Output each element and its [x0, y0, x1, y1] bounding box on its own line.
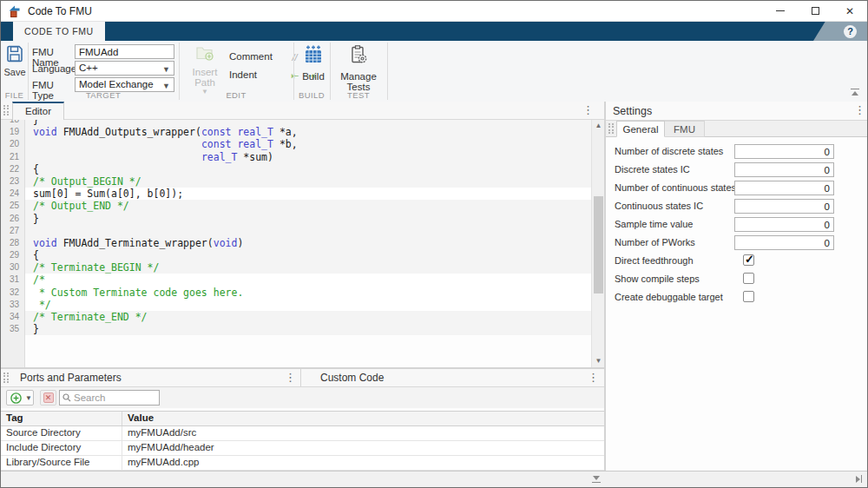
code-line[interactable]: 20 const real_T *b,: [1, 138, 604, 150]
editor-options-kebab-icon[interactable]: ⋮: [582, 103, 593, 116]
collapse-bar-icon: [592, 482, 601, 483]
code-line[interactable]: 26}: [1, 213, 604, 225]
code-line[interactable]: 25/* Output_END */: [1, 200, 604, 212]
code-text: {: [25, 249, 591, 261]
code-text: }: [25, 213, 591, 225]
cell-tag[interactable]: Library/Source File: [1, 456, 122, 470]
table-row[interactable]: Source DirectorymyFMUAdd/src: [1, 426, 604, 441]
tab-editor[interactable]: Editor: [12, 102, 64, 120]
setting-input[interactable]: [734, 217, 834, 232]
cell-value[interactable]: myFMUAdd/src: [122, 426, 604, 440]
code-text: /* Output_END */: [25, 200, 591, 212]
search-input[interactable]: [74, 392, 159, 403]
setting-checkbox[interactable]: [743, 291, 754, 302]
column-header-tag[interactable]: Tag: [1, 412, 122, 425]
fmu-name-input[interactable]: [75, 44, 174, 59]
manage-tests-label: Manage Tests: [330, 71, 387, 92]
code-line[interactable]: 30/* Terminate_BEGIN */: [1, 261, 604, 274]
setting-label: Create debuggable target: [615, 292, 723, 302]
line-number: 23: [1, 175, 25, 188]
cell-value[interactable]: myFMUAdd.cpp: [122, 456, 604, 470]
expand-right-button[interactable]: [856, 475, 862, 483]
code-line[interactable]: 27: [1, 225, 604, 237]
maximize-button[interactable]: [798, 1, 832, 21]
line-number: 33: [1, 299, 25, 311]
line-number: 29: [1, 249, 25, 261]
setting-input[interactable]: [734, 235, 834, 250]
line-number: 25: [1, 200, 25, 212]
language-value: C++: [79, 63, 98, 73]
checkmark-icon: ✓: [745, 253, 754, 266]
language-select[interactable]: C++ ▼: [75, 61, 174, 76]
code-line[interactable]: 34/* Terminate_END */: [1, 311, 604, 323]
code-token: * Custom Terminate code goes here.: [33, 287, 243, 299]
code-line[interactable]: 28void FMUAdd_Terminate_wrapper(void): [1, 237, 604, 249]
setting-input[interactable]: [734, 181, 834, 195]
settings-options-kebab-icon[interactable]: ⋮: [854, 103, 865, 116]
ports-options-kebab-icon[interactable]: ⋮: [285, 371, 295, 384]
code-line[interactable]: 21 real_T *sum): [1, 151, 604, 163]
column-header-value[interactable]: Value: [122, 412, 604, 425]
setting-input[interactable]: [734, 199, 834, 214]
save-button[interactable]: Save: [3, 44, 27, 88]
line-number: 20: [1, 138, 25, 150]
custom-code-options-kebab-icon[interactable]: ⋮: [588, 371, 598, 384]
tab-general[interactable]: General: [616, 121, 665, 137]
add-entry-button[interactable]: ▼: [6, 390, 34, 406]
line-number: 34: [1, 311, 25, 323]
indent-label: Indent: [229, 69, 257, 80]
setting-label: Discrete states IC: [615, 164, 690, 175]
build-icon: [303, 44, 324, 65]
delete-entry-button[interactable]: ✕: [40, 390, 56, 406]
settings-row: Discrete states IC: [606, 162, 868, 180]
code-editor[interactable]: 18}19void FMUAdd_Outputs_wrapper(const r…: [1, 120, 604, 367]
setting-checkbox[interactable]: [743, 273, 754, 284]
scrollbar-thumb[interactable]: [594, 196, 603, 293]
code-line[interactable]: 19void FMUAdd_Outputs_wrapper(const real…: [1, 126, 604, 138]
code-line[interactable]: 29{: [1, 249, 604, 261]
line-number: 32: [1, 287, 25, 299]
tab-code-to-fmu[interactable]: CODE TO FMU: [13, 22, 105, 41]
code-line[interactable]: 18}: [1, 120, 604, 126]
cell-tag[interactable]: Source Directory: [1, 426, 122, 440]
setting-label: Sample time value: [615, 219, 694, 229]
code-token: void: [214, 237, 238, 249]
panel-grip-icon[interactable]: [608, 123, 614, 134]
setting-label: Number of discrete states: [615, 146, 723, 156]
tab-ports-and-parameters[interactable]: Ports and Parameters: [20, 372, 122, 384]
collapse-toolstrip-button[interactable]: [850, 89, 860, 97]
tab-custom-code[interactable]: Custom Code: [320, 372, 384, 384]
bottom-statusbar: [1, 471, 867, 488]
collapse-panel-button[interactable]: [591, 476, 602, 483]
scroll-up-icon[interactable]: ▲: [592, 120, 604, 132]
code-token: *sum): [243, 151, 273, 163]
help-button[interactable]: ?: [813, 22, 867, 41]
search-box[interactable]: [59, 390, 160, 406]
table-row[interactable]: Include DirectorymyFMUAdd/header: [1, 441, 604, 456]
code-line[interactable]: 33 */: [1, 299, 604, 311]
code-line[interactable]: 23/* Output_BEGIN */: [1, 175, 604, 188]
close-button[interactable]: ✕: [832, 1, 867, 21]
cell-value[interactable]: myFMUAdd/header: [122, 441, 604, 455]
setting-input[interactable]: [734, 162, 834, 177]
code-line[interactable]: 24sum[0] = Sum(a[0], b[0]);: [1, 188, 604, 200]
code-line[interactable]: 35}: [1, 323, 604, 335]
editor-vertical-scrollbar[interactable]: ▲ ▼: [591, 120, 604, 367]
code-line[interactable]: 32 * Custom Terminate code goes here.: [1, 287, 604, 299]
build-button[interactable]: Build: [297, 44, 330, 82]
cell-tag[interactable]: Include Directory: [1, 441, 122, 455]
settings-row: Direct feedthrough✓: [606, 253, 868, 271]
minimize-button[interactable]: [763, 1, 798, 21]
code-line[interactable]: 31/*: [1, 274, 604, 286]
setting-checkbox[interactable]: ✓: [743, 254, 754, 266]
manage-tests-button[interactable]: Manage Tests: [330, 44, 387, 92]
tab-fmu[interactable]: FMU: [665, 121, 705, 137]
scroll-down-icon[interactable]: ▼: [592, 355, 604, 367]
insert-path-button[interactable]: Insert Path ▼: [181, 44, 228, 93]
insert-path-label: Insert Path: [181, 67, 228, 88]
setting-input[interactable]: [734, 144, 834, 159]
panel-grip-icon[interactable]: [3, 105, 9, 115]
table-row[interactable]: Library/Source FilemyFMUAdd.cpp: [1, 456, 604, 471]
panel-grip-icon[interactable]: [3, 373, 9, 383]
code-line[interactable]: 22{: [1, 163, 604, 175]
